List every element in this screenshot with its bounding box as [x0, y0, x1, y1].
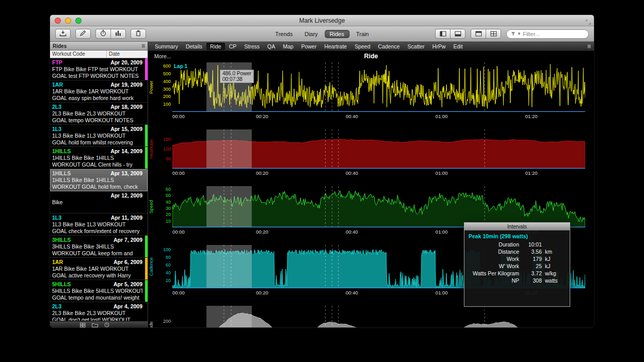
toolbar-tab-diary[interactable]: Diary: [299, 30, 323, 38]
ride-row[interactable]: 1HILLSApr 13, 20091HILLS Bike Bike 1HILL…: [50, 169, 148, 191]
delete-button[interactable]: [131, 29, 146, 39]
sidebar-menu-icon[interactable]: ≡: [141, 43, 145, 48]
view-tab-ride[interactable]: Ride: [206, 43, 225, 50]
ride-row[interactable]: 1ARApr 19, 20091AR Bike Bike 1AR WORKOUT…: [50, 80, 148, 103]
ride-row[interactable]: 1L3Apr 11, 20091L3 Bike Bike 1L3 WORKOUT…: [50, 213, 148, 236]
x-tick-label: 00:20: [256, 113, 268, 119]
x-tick-label: 01:00: [436, 113, 448, 119]
view-tab-details[interactable]: Details: [182, 43, 206, 50]
toolbar-tab-rides[interactable]: Rides: [325, 30, 349, 38]
workout-code: 1HILLS: [52, 170, 71, 177]
ride-list[interactable]: FTPApr 20, 2009FTP Bike Bike FTP test WO…: [50, 58, 148, 321]
y-tick-label: 100: [163, 102, 171, 107]
ride-row[interactable]: 1ARApr 6, 20091AR Bike Bike 1AR WORKOUTG…: [50, 258, 148, 280]
column-workout-code[interactable]: Workout Code: [50, 51, 107, 58]
ride-row[interactable]: Apr 12, 2009Bike: [50, 191, 148, 213]
toolbar-tab-trends[interactable]: Trends: [270, 30, 298, 38]
rides-sidebar: Rides ≡ Workout Code Date FTPApr 20, 200…: [50, 42, 148, 328]
toolbar: TrendsDiaryRidesTrain ▼: [50, 26, 594, 42]
view-tab-summary[interactable]: Summary: [151, 43, 182, 50]
ride-color-bar: [145, 258, 148, 279]
view-tab-power[interactable]: Power: [298, 43, 320, 50]
traffic-lights: [55, 18, 82, 24]
view-tab-hrpw[interactable]: HrPw: [429, 43, 449, 50]
ride-row-top: 1L3Apr 11, 2009: [52, 215, 142, 221]
ride-row[interactable]: 5HILLSApr 5, 20095HILLS Bike Bike 5HILLS…: [50, 280, 148, 302]
ride-row[interactable]: 1HILLSApr 14, 20091HILLS Bike Bike 1HILL…: [50, 147, 148, 169]
more-button[interactable]: More...: [154, 53, 171, 59]
sidebar-header[interactable]: Rides ≡: [50, 42, 148, 51]
single-view-button[interactable]: [471, 29, 486, 39]
ride-description-line: GOAL test FTP WORKOUT NOTES: [52, 73, 142, 79]
close-button[interactable]: [55, 18, 61, 24]
trash-icon: [135, 29, 142, 39]
titlebar[interactable]: Mark Liversedge: [50, 15, 594, 26]
plot-power[interactable]: Lap 1486.0 Power00:07:38: [172, 62, 585, 112]
ride-row-top: FTPApr 20, 2009: [52, 59, 142, 66]
plot-speed[interactable]: [172, 186, 585, 227]
chart-speed: Speed102030405060: [148, 186, 594, 227]
folder-icon[interactable]: [92, 320, 98, 328]
interval-name: Peak 10min (298 watts): [469, 233, 566, 240]
view-tab-map[interactable]: Map: [279, 43, 297, 50]
plot-heartrate[interactable]: [172, 129, 585, 169]
ride-description-line: GOAL don't get lost! WORKOUT: [52, 317, 142, 321]
ride-description-line: 1HILLS Bike Bike 1HILLS: [52, 177, 142, 184]
tiled-view-button[interactable]: [486, 29, 501, 39]
intervals-button[interactable]: [110, 29, 126, 39]
ride-date: Apr 14, 2009: [110, 148, 142, 155]
ride-row[interactable]: FTPApr 20, 2009FTP Bike Bike FTP test WO…: [50, 58, 148, 80]
column-date[interactable]: Date: [107, 51, 148, 58]
ride-row[interactable]: 2L3Apr 18, 20092L3 Bike Bike 2L3 WORKOUT…: [50, 103, 148, 125]
chart-axis-speed: Speed102030405060: [148, 186, 172, 227]
view-tab-qa[interactable]: QA: [264, 43, 279, 50]
stat-value: 10:01: [523, 241, 545, 248]
plot-altitude[interactable]: [172, 306, 585, 328]
chart-altitude: Altitude100150200: [148, 306, 594, 328]
toggle-sidebar-button[interactable]: [435, 29, 450, 39]
view-menu-icon[interactable]: ≡: [587, 43, 591, 50]
funnel-icon: [511, 31, 516, 37]
zoom-button[interactable]: [75, 18, 82, 24]
workout-code: 2L3: [52, 104, 61, 110]
workout-code: 3HILLS: [52, 237, 71, 243]
tooltip-time-value: 00:07:38: [222, 76, 251, 82]
grid-icon[interactable]: [80, 320, 86, 328]
stat-value: 179: [523, 255, 545, 262]
view-tab-heartrate[interactable]: Heartrate: [320, 43, 350, 50]
view-tab-stress[interactable]: Stress: [240, 43, 263, 50]
view-tab-cp[interactable]: CP: [226, 43, 240, 50]
ride-date: Apr 13, 2009: [110, 170, 142, 177]
clock-icon[interactable]: [104, 320, 109, 328]
view-tab-speed[interactable]: Speed: [351, 43, 374, 50]
sidebar-bottom-bar: [50, 321, 148, 328]
intervals-popup-title[interactable]: Intervals: [464, 223, 570, 231]
ride-row[interactable]: 3HILLSApr 7, 20093HILLS Bike Bike 3HILLS…: [50, 236, 148, 258]
y-tick-label: 60: [166, 263, 171, 268]
x-axis-power: 00:0000:2000:4001:0001:20: [172, 113, 585, 120]
stopwatch-button[interactable]: [95, 29, 111, 39]
workout-code: 1HILLS: [52, 148, 71, 155]
edit-button[interactable]: [75, 29, 91, 39]
chevron-down-icon: ▼: [517, 31, 521, 36]
fullscreen-icon[interactable]: [586, 18, 591, 27]
filter-input[interactable]: ▼ Filter...: [506, 29, 589, 39]
intervals-popup[interactable]: Intervals Peak 10min (298 watts) Duratio…: [464, 222, 570, 307]
toolbar-tab-train[interactable]: Train: [351, 30, 374, 38]
chart-power: Power100200300400500600Lap 1486.0 Power0…: [148, 62, 594, 112]
view-tab-cadence[interactable]: Cadence: [375, 43, 404, 50]
workout-code: 1AR: [52, 259, 63, 266]
panel-left-icon: [440, 29, 446, 39]
ride-row[interactable]: 2L3Apr 4, 20092L3 Bike Bike 2L3 WORKOUTG…: [50, 302, 148, 321]
toggle-lowbar-button[interactable]: [450, 29, 465, 39]
stopwatch-icon: [100, 29, 107, 39]
interval-stat-row: NP308watts: [469, 277, 566, 284]
ride-row[interactable]: 1L3Apr 15, 20091L3 Bike Bike 1L3 WORKOUT…: [50, 125, 148, 147]
intervals-popup-body: Peak 10min (298 watts) Duration10:01Dist…: [464, 231, 570, 286]
minimize-button[interactable]: [65, 18, 71, 24]
view-tab-edit[interactable]: Edit: [450, 43, 466, 50]
import-button[interactable]: [55, 29, 71, 39]
view-tab-scatter[interactable]: Scatter: [404, 43, 428, 50]
x-tick-label: 00:20: [256, 290, 268, 295]
ride-description-line: 1AR Bike Bike 1AR WORKOUT: [52, 266, 142, 272]
